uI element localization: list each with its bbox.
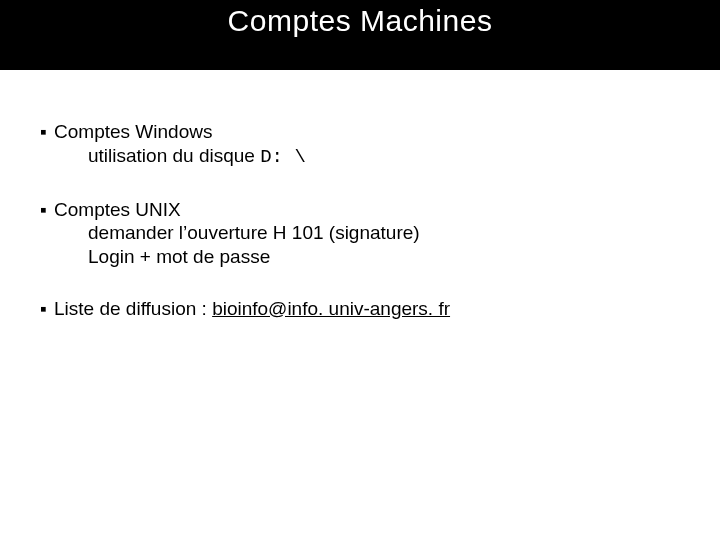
bullet-mailing-list: ▪ Liste de diffusion : bioinfo@info. uni…	[40, 297, 680, 321]
square-icon: ▪	[40, 120, 47, 144]
bullet-sub: Login + mot de passe	[88, 245, 680, 269]
bullet-head: ▪ Comptes UNIX	[40, 198, 680, 222]
bullet-head-text: Comptes Windows	[54, 121, 212, 142]
slide: Comptes Machines ▪ Comptes Windows utili…	[0, 0, 720, 540]
bullet-sub: demander l’ouverture H 101 (signature)	[88, 221, 680, 245]
sub-mono: D: \	[260, 146, 306, 168]
square-icon: ▪	[40, 198, 47, 222]
bullet-windows: ▪ Comptes Windows utilisation du disque …	[40, 120, 680, 170]
slide-title: Comptes Machines	[228, 4, 493, 38]
slide-content: ▪ Comptes Windows utilisation du disque …	[0, 70, 720, 321]
bullet-head-text: Comptes UNIX	[54, 199, 181, 220]
sub-text: utilisation du disque	[88, 145, 260, 166]
bullet-head: ▪ Comptes Windows	[40, 120, 680, 144]
bullet-sub: utilisation du disque D: \	[88, 144, 680, 170]
title-bar: Comptes Machines	[0, 0, 720, 70]
bullet-unix: ▪ Comptes UNIX demander l’ouverture H 10…	[40, 198, 680, 269]
square-icon: ▪	[40, 297, 47, 321]
bullet-head-text: Liste de diffusion :	[54, 298, 212, 319]
mailing-list-link[interactable]: bioinfo@info. univ-angers. fr	[212, 298, 450, 319]
